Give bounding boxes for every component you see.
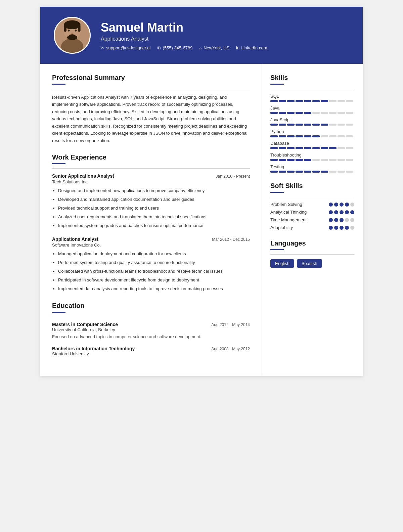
education-section: Education Masters in Computer Science Au…	[52, 302, 250, 356]
skill-segment	[296, 159, 303, 161]
soft-skills-section: Soft Skills Problem SolvingAnalytical Th…	[270, 182, 354, 230]
soft-skill-dots	[329, 210, 354, 214]
soft-skill-dot	[329, 203, 333, 207]
skill-segment	[329, 124, 337, 126]
skill-bar	[270, 100, 354, 102]
edu-item-1: Bachelors in Information Technology Aug …	[52, 346, 250, 356]
skill-segment	[304, 100, 311, 102]
skill-bar	[270, 147, 354, 149]
skill-segment	[329, 112, 337, 114]
skill-segment	[296, 147, 303, 149]
edu-item-0: Masters in Computer Science Aug 2012 - M…	[52, 322, 250, 341]
soft-skill-name: Adaptability	[270, 225, 329, 230]
skill-segment	[304, 112, 311, 114]
skill-item: JavaScript	[270, 117, 354, 126]
edu-desc-0: Focused on advanced topics in computer s…	[52, 334, 250, 341]
skill-bar	[270, 171, 354, 173]
skill-segment	[287, 124, 295, 126]
skill-segment	[329, 159, 337, 161]
soft-skill-dot	[350, 203, 354, 207]
soft-skill-dot	[340, 218, 344, 222]
email-icon: ✉	[101, 45, 104, 50]
soft-skill-name: Time Management	[270, 217, 329, 222]
skill-segment	[312, 171, 320, 173]
summary-line	[52, 89, 250, 89]
skill-segment	[312, 147, 320, 149]
edu-header-1: Bachelors in Information Technology Aug …	[52, 346, 250, 351]
job-item-0: Senior Applications Analyst Jan 2016 - P…	[52, 173, 250, 229]
skill-name: Java	[270, 105, 354, 110]
job-header-1: Applications Analyst Mar 2012 - Dec 2015	[52, 236, 250, 242]
job-header-0: Senior Applications Analyst Jan 2016 - P…	[52, 173, 250, 179]
candidate-title: Applications Analyst	[101, 36, 267, 42]
work-divider	[52, 163, 65, 164]
soft-skill-item: Problem Solving	[270, 202, 354, 207]
work-experience-section: Work Experience Senior Applications Anal…	[52, 153, 250, 293]
skill-segment	[279, 100, 286, 102]
bullet-1-1: Performed system testing and quality ass…	[58, 259, 250, 266]
skill-segment	[338, 135, 345, 137]
skill-name: Testing	[270, 164, 354, 169]
skill-segment	[287, 147, 295, 149]
phone-icon: ✆	[157, 45, 161, 50]
skill-item: Java	[270, 105, 354, 114]
skill-segment	[279, 171, 286, 173]
skill-segment	[346, 147, 353, 149]
contact-phone: ✆ (555) 345-6789	[157, 45, 192, 50]
skill-segment	[287, 159, 295, 161]
bullet-0-4: Implemented system upgrades and patches …	[58, 222, 250, 229]
skill-segment	[270, 135, 278, 137]
summary-text: Results-driven Applications Analyst with…	[52, 94, 250, 144]
skill-segment	[279, 159, 286, 161]
soft-skill-dot	[340, 210, 344, 214]
summary-divider	[52, 84, 65, 85]
summary-section: Professional Summary Results-driven Appl…	[52, 74, 250, 144]
skill-bar	[270, 159, 354, 161]
job-company-1: Software Innovations Co.	[52, 242, 250, 248]
job-bullets-0: Designed and implemented new application…	[52, 187, 250, 229]
soft-skill-name: Problem Solving	[270, 202, 329, 207]
contact-location: ⌂ NewYork, US	[199, 45, 229, 50]
skill-segment	[312, 112, 320, 114]
skill-segment	[312, 124, 320, 126]
skill-segment	[287, 135, 295, 137]
soft-skill-dot	[329, 210, 333, 214]
soft-skills-line	[270, 197, 354, 197]
job-title-1: Applications Analyst	[52, 236, 98, 242]
language-tags: EnglishSpanish	[270, 259, 354, 268]
work-title: Work Experience	[52, 153, 250, 161]
skill-name: Database	[270, 141, 354, 146]
soft-skill-dot	[334, 210, 338, 214]
bullet-0-0: Designed and implemented new application…	[58, 187, 250, 194]
skill-segment	[338, 100, 345, 102]
job-date-0: Jan 2016 - Present	[216, 174, 250, 179]
skill-segment	[321, 171, 328, 173]
skill-segment	[321, 124, 328, 126]
skill-segment	[321, 147, 328, 149]
edu-header-0: Masters in Computer Science Aug 2012 - M…	[52, 322, 250, 327]
skill-segment	[329, 100, 337, 102]
header-section: Samuel Martin Applications Analyst ✉ sup…	[40, 7, 363, 64]
soft-skills-list: Problem SolvingAnalytical ThinkingTime M…	[270, 202, 354, 230]
skill-item: Database	[270, 141, 354, 149]
skill-segment	[270, 171, 278, 173]
skill-segment	[296, 171, 303, 173]
side-column: Skills SQLJavaJavaScriptPythonDatabaseTr…	[262, 64, 363, 376]
skill-bar	[270, 124, 354, 126]
skill-bar	[270, 112, 354, 114]
soft-skill-dot	[350, 218, 354, 222]
education-divider	[52, 312, 65, 313]
soft-skill-dot	[334, 203, 338, 207]
education-title: Education	[52, 302, 250, 310]
languages-title: Languages	[270, 239, 354, 247]
skills-section: Skills SQLJavaJavaScriptPythonDatabaseTr…	[270, 74, 354, 173]
soft-skill-dot	[345, 203, 349, 207]
skill-segment	[304, 135, 311, 137]
skill-name: SQL	[270, 94, 354, 99]
soft-skill-dot	[329, 226, 333, 230]
soft-skill-dot	[345, 218, 349, 222]
skill-segment	[329, 171, 337, 173]
languages-section: Languages EnglishSpanish	[270, 239, 354, 268]
main-column: Professional Summary Results-driven Appl…	[40, 64, 262, 376]
skill-bar	[270, 135, 354, 137]
